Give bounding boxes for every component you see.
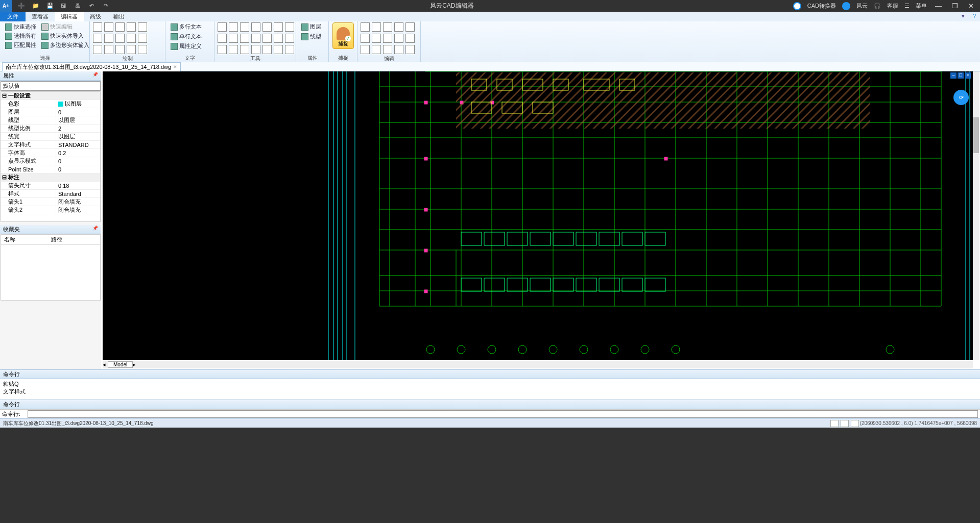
mtext-button[interactable]: 多行文本 xyxy=(169,22,211,31)
menu-icon[interactable]: ☰ xyxy=(904,3,910,9)
tool-icon[interactable] xyxy=(262,45,272,54)
table-icon[interactable] xyxy=(127,45,136,54)
property-row[interactable]: 线型比例2 xyxy=(1,124,100,133)
saveas-icon[interactable]: 🖫 xyxy=(61,3,68,10)
quick-edit-button[interactable]: 快速编辑 xyxy=(39,22,91,31)
favorites-list[interactable]: 名称路径 xyxy=(1,234,101,301)
property-row[interactable]: 线宽以图层 xyxy=(1,133,100,141)
edit-icon[interactable] xyxy=(405,45,415,54)
tool-icon[interactable] xyxy=(218,34,227,43)
text-button[interactable]: 单行文本 xyxy=(169,32,211,41)
horizontal-scrollbar[interactable]: ◂ Model ▸ xyxy=(103,361,973,368)
tool-icon[interactable] xyxy=(251,45,260,54)
drawing-canvas[interactable] xyxy=(103,71,973,360)
redo-icon[interactable]: ↷ xyxy=(104,3,111,10)
service-button[interactable]: 客服 xyxy=(887,2,898,10)
edit-icon[interactable] xyxy=(361,34,370,43)
spline-icon[interactable] xyxy=(127,34,136,43)
rect-icon[interactable] xyxy=(104,22,113,32)
minimize-button[interactable]: — xyxy=(933,2,944,10)
tab-viewer[interactable]: 查看器 xyxy=(26,12,55,21)
command-history[interactable]: 粘贴Q 文字样式 xyxy=(0,379,980,400)
tab-nav-icon[interactable]: ◂ xyxy=(103,361,106,368)
view-cube-icon[interactable]: ⟳ xyxy=(953,90,969,105)
edit-icon[interactable] xyxy=(405,34,415,43)
property-row[interactable]: 箭头1闭合填充 xyxy=(1,198,100,206)
linetype-button[interactable]: 线型 xyxy=(299,32,325,41)
tool-icon[interactable] xyxy=(274,22,283,32)
edit-icon[interactable] xyxy=(361,22,370,32)
match-props-button[interactable]: 匹配属性 xyxy=(3,41,38,49)
more-draw-icon[interactable] xyxy=(138,45,147,54)
file-menu[interactable]: 文件 xyxy=(0,12,26,21)
status-toggle[interactable] xyxy=(830,420,839,427)
maximize-button[interactable]: ❐ xyxy=(950,2,960,10)
open-icon[interactable]: 📁 xyxy=(32,3,39,10)
tool-icon[interactable] xyxy=(240,22,249,32)
print-icon[interactable]: 🖶 xyxy=(75,3,82,10)
brand-icon[interactable] xyxy=(842,2,850,10)
tool-icon[interactable] xyxy=(285,45,294,54)
tool-icon[interactable] xyxy=(218,45,227,54)
tool-icon[interactable] xyxy=(274,45,283,54)
hatch-icon[interactable] xyxy=(93,45,102,54)
default-value-select[interactable]: 默认值 xyxy=(1,81,101,91)
headset-icon[interactable]: 🎧 xyxy=(874,3,881,9)
attdef-button[interactable]: 属性定义 xyxy=(169,42,211,51)
model-tab[interactable]: Model xyxy=(108,361,133,368)
ray-icon[interactable] xyxy=(138,34,147,43)
polygon-input-button[interactable]: 多边形实体输入 xyxy=(39,41,91,49)
ribbon-minimize-icon[interactable]: ▾ xyxy=(958,12,969,21)
edit-icon[interactable] xyxy=(361,45,370,54)
undo-icon[interactable]: ↶ xyxy=(89,3,97,10)
pin-icon[interactable]: 📌 xyxy=(92,72,98,80)
status-toggle[interactable] xyxy=(851,420,859,427)
edit-icon[interactable] xyxy=(372,34,381,43)
edit-icon[interactable] xyxy=(394,34,403,43)
view-close-icon[interactable]: × xyxy=(965,72,971,79)
property-row[interactable]: 箭头2闭合填充 xyxy=(1,206,100,214)
tool-icon[interactable] xyxy=(285,34,294,43)
property-list[interactable]: ⊟ 一般设置 色彩以图层图层0线型以图层线型比例2线宽以图层文字样式STANDA… xyxy=(1,91,101,222)
property-row[interactable]: 点显示模式0 xyxy=(1,157,100,165)
close-button[interactable]: ✕ xyxy=(966,2,976,10)
curve-icon[interactable] xyxy=(115,34,125,43)
edit-icon[interactable] xyxy=(383,34,392,43)
property-row[interactable]: 图层0 xyxy=(1,108,100,116)
status-toggle[interactable] xyxy=(841,420,849,427)
edit-icon[interactable] xyxy=(372,45,381,54)
polyline-icon[interactable] xyxy=(127,22,136,32)
edit-icon[interactable] xyxy=(372,22,381,32)
document-tab[interactable]: 南车库车位修改01.31出图_t3.dwg2020-08-13_10_25_14… xyxy=(2,62,181,71)
snap-button[interactable]: 捕捉 xyxy=(332,22,354,49)
tool-icon[interactable] xyxy=(262,34,272,43)
view-max-icon[interactable]: □ xyxy=(958,72,964,79)
circle-icon[interactable] xyxy=(93,34,102,43)
tool-icon[interactable] xyxy=(218,22,227,32)
property-row[interactable]: 文字样式STANDARD xyxy=(1,141,100,149)
layer-button[interactable]: 图层 xyxy=(299,22,325,31)
quick-select-button[interactable]: 快速选择 xyxy=(3,22,38,31)
line-icon[interactable] xyxy=(93,22,102,32)
cad-convert-button[interactable]: CAD转换器 xyxy=(807,2,836,10)
save-icon[interactable]: 💾 xyxy=(46,3,54,10)
property-row[interactable]: 箭头尺寸0.18 xyxy=(1,182,100,190)
point-icon[interactable] xyxy=(138,22,147,32)
edit-icon[interactable] xyxy=(394,45,403,54)
region-icon[interactable] xyxy=(104,45,113,54)
edit-icon[interactable] xyxy=(383,45,392,54)
tool-icon[interactable] xyxy=(229,45,238,54)
arc-icon[interactable] xyxy=(115,22,125,32)
convert-icon[interactable] xyxy=(793,2,801,10)
tab-advanced[interactable]: 高级 xyxy=(84,12,107,21)
tool-icon[interactable] xyxy=(251,22,260,32)
new-icon[interactable]: ➕ xyxy=(18,3,25,10)
tool-icon[interactable] xyxy=(262,22,272,32)
tool-icon[interactable] xyxy=(274,34,283,43)
property-row[interactable]: Point Size0 xyxy=(1,165,100,173)
select-all-button[interactable]: 选择所有 xyxy=(3,32,38,40)
tool-icon[interactable] xyxy=(285,22,294,32)
block-icon[interactable] xyxy=(115,45,125,54)
menu-button[interactable]: 菜单 xyxy=(916,2,927,10)
tab-nav-icon[interactable]: ▸ xyxy=(133,361,136,368)
